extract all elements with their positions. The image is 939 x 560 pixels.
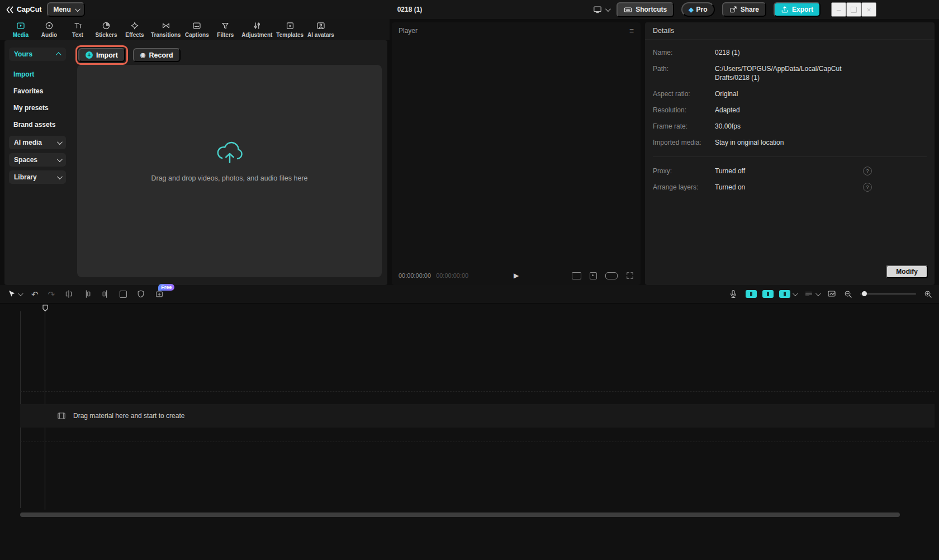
link-toggle[interactable] [779,290,796,298]
sidebar-item-my-presets[interactable]: My presets [9,99,66,116]
timeline[interactable]: Drag material here and start to create [0,303,939,560]
select-tool-button[interactable] [7,290,22,298]
tab-label: Captions [185,32,209,38]
media-dropzone[interactable]: Drag and drop videos, photos, and audio … [77,65,382,277]
maximize-icon [851,7,857,13]
track-guide [20,442,935,442]
detail-value: Stay in original location [715,138,864,147]
tab-ai-avatars[interactable]: AI avatars [306,19,336,40]
tab-filters[interactable]: Filters [211,19,239,40]
effects-icon [130,21,139,30]
window-controls: – × [831,2,876,17]
main-track-dropzone[interactable]: Drag material here and start to create [20,404,935,428]
chevron-down-icon [57,139,63,145]
shortcuts-label: Shortcuts [636,6,667,13]
export-button[interactable]: Export [774,2,821,17]
mask-button[interactable] [136,290,145,298]
redo-button[interactable]: ↷ [48,290,55,298]
play-button[interactable]: ▶ [514,272,519,279]
smart-tool-icon [155,290,164,298]
detail-row-resolution: Resolution: Adapted [653,106,927,115]
filters-icon [221,21,230,30]
auto-snap-toggle[interactable] [762,290,774,298]
sidebar-section-library[interactable]: Library [9,170,66,184]
tab-effects[interactable]: Effects [121,19,149,40]
fit-view-icon[interactable] [590,272,597,279]
close-button[interactable]: × [861,2,876,17]
track-height-button[interactable] [804,290,819,298]
export-icon [781,6,789,13]
tab-text[interactable]: Text [64,19,92,40]
tab-captions[interactable]: Captions [183,19,211,40]
playhead[interactable] [42,305,49,312]
detail-label: Arrange layers: [653,183,709,192]
detail-row-name: Name: 0218 (1) [653,48,927,57]
capcut-logo-icon [6,6,14,14]
chevron-down-icon [605,6,611,12]
detail-row-proxy: Proxy: Turned off ? [653,167,927,175]
sidebar-section-spaces[interactable]: Spaces [9,153,66,167]
help-icon[interactable]: ? [863,167,872,175]
media-content: + Import ◉ Record Drag and drop videos, … [70,40,387,285]
timeline-zoom-slider[interactable] [860,293,916,295]
details-title: Details [645,22,935,40]
chevron-down-icon [57,174,63,179]
ratio-pill-icon[interactable] [605,272,618,279]
text-icon [73,21,82,30]
fullscreen-icon[interactable] [626,272,634,279]
help-icon[interactable]: ? [863,183,872,192]
tab-stickers[interactable]: Stickers [92,19,120,40]
split-button[interactable] [64,290,73,298]
detail-label: Frame rate: [653,122,709,131]
tab-label: Text [72,32,83,38]
delete-left-button[interactable] [83,290,92,298]
zoom-in-button[interactable] [924,290,932,298]
tab-audio[interactable]: Audio [35,19,63,40]
detail-row-imported-media: Imported media: Stay in original locatio… [653,138,927,147]
player-panel: Player ≡ 00:00:00:00 00:00:00:00 ▶ [392,22,641,285]
import-button[interactable]: + Import [78,48,125,62]
detail-label: Name: [653,48,709,57]
timeline-horizontal-scrollbar[interactable] [20,512,900,517]
sidebar-item-import[interactable]: Import [9,66,66,83]
captions-icon [192,21,201,30]
freeze-frame-button[interactable] [120,291,127,298]
menu-button[interactable]: Menu [47,2,84,17]
tab-transitions[interactable]: Transitions [149,19,182,40]
sidebar-item-favorites[interactable]: Favorites [9,83,66,99]
tab-adjustment[interactable]: Adjustment [240,19,274,40]
cloud-upload-icon [216,141,244,165]
record-button[interactable]: ◉ Record [133,48,181,62]
tab-label: Transitions [151,32,181,38]
modify-button[interactable]: Modify [886,265,928,278]
voiceover-mic-button[interactable] [729,290,738,298]
media-sidebar: Yours Import Favorites My presets Brand … [4,40,70,285]
delete-right-button[interactable] [101,290,110,298]
minimize-button[interactable]: – [831,2,846,17]
smart-tool-button[interactable]: Free [155,290,164,298]
zoom-out-button[interactable] [844,290,852,298]
main-track-magnet-toggle[interactable] [746,290,757,298]
preview-quality-button[interactable] [827,290,836,298]
tab-label: Adjustment [241,32,272,38]
sidebar-section-yours[interactable]: Yours [9,48,66,61]
display-mode-button[interactable] [593,5,609,14]
sidebar-item-brand-assets[interactable]: Brand assets [9,116,66,133]
maximize-button[interactable] [846,2,861,17]
zoom-slider-handle[interactable] [862,291,867,296]
tab-media[interactable]: Media [7,19,35,40]
sidebar-item-label: Brand assets [13,121,55,129]
plus-icon: + [86,51,93,59]
pro-button[interactable]: ◆ Pro [681,2,714,17]
tab-templates[interactable]: Templates [274,19,305,40]
player-menu-icon[interactable]: ≡ [629,27,634,35]
canvas-ratio-icon[interactable] [572,272,581,279]
shortcuts-button[interactable]: Shortcuts [616,2,674,17]
chevron-up-icon [56,52,61,58]
share-button[interactable]: Share [722,2,766,17]
sidebar-section-ai-media[interactable]: AI media [9,136,66,149]
detail-value: C:/Users/TOPGUS/AppData/Local/CapCut Dra… [715,64,864,82]
keyboard-icon [624,6,632,14]
share-icon [729,6,737,13]
undo-button[interactable]: ↶ [31,290,39,298]
